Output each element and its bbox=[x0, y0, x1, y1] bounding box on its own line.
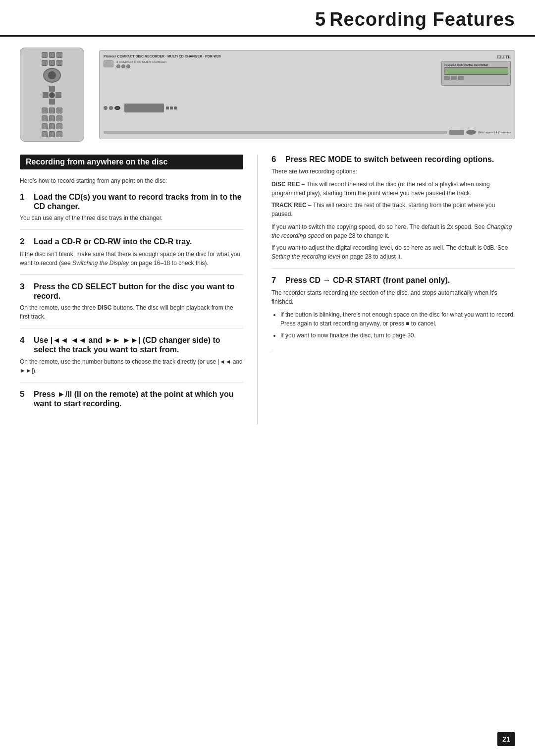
remote-btn-7 bbox=[42, 108, 48, 113]
step-6: 6 Press REC MODE to switch between recor… bbox=[271, 155, 515, 269]
section-intro: Here's how to record starting from any p… bbox=[20, 176, 243, 185]
dpad-right bbox=[55, 92, 61, 98]
step-1-number: 1 bbox=[20, 192, 30, 202]
dpad-down bbox=[49, 99, 55, 105]
step-4-desc: On the remote, use the number buttons to… bbox=[20, 357, 243, 375]
track-rec-term: TRACK REC bbox=[271, 202, 307, 209]
step-4-title: Use |◄◄ ◄◄ and ►► ►►| (CD changer side) … bbox=[34, 335, 243, 354]
remote-btn-17 bbox=[49, 131, 55, 137]
player-top-row: Pioneer COMPACT DISC RECORDER · MULTI CD… bbox=[104, 54, 511, 86]
step-7-intro: The recorder starts recording the sectio… bbox=[271, 288, 515, 306]
bullet-2: If you want to now finalize the disc, tu… bbox=[280, 331, 515, 340]
player-illustration: Pioneer COMPACT DISC RECORDER · MULTI CD… bbox=[99, 50, 515, 139]
step-2: 2 Load a CD-R or CD-RW into the CD-R tra… bbox=[20, 237, 243, 274]
step-2-number: 2 bbox=[20, 237, 30, 247]
track-rec-separator: – bbox=[308, 202, 313, 209]
remote-btn-9 bbox=[56, 108, 62, 113]
player-elite-text: ELITE bbox=[497, 54, 511, 59]
main-content: Recording from anywhere on the disc Here… bbox=[0, 155, 535, 425]
step-1-header: 1 Load the CD(s) you want to record trac… bbox=[20, 192, 243, 211]
bullet-1: If the button is blinking, there's not e… bbox=[280, 310, 515, 328]
remote-btn-4 bbox=[42, 60, 48, 66]
step-5-number: 5 bbox=[20, 389, 30, 399]
step-3-title: Press the CD SELECT button for the disc … bbox=[34, 282, 243, 301]
disc-rec-def: DISC REC – This will record the rest of … bbox=[271, 180, 515, 198]
page-number-badge: 21 bbox=[497, 732, 515, 746]
page-title: Recording Features bbox=[329, 9, 515, 30]
remote-btn-1 bbox=[42, 52, 48, 58]
image-area: Pioneer COMPACT DISC RECORDER · MULTI CD… bbox=[0, 43, 535, 147]
remote-btn-11 bbox=[49, 115, 55, 121]
step-3-number: 3 bbox=[20, 282, 30, 292]
remote-btn-5 bbox=[49, 60, 55, 66]
step-6-extra-2: If you want to adjust the digital record… bbox=[271, 243, 515, 261]
disc-rec-separator: – bbox=[302, 181, 307, 188]
remote-btn-2 bbox=[49, 52, 55, 58]
remote-circle bbox=[43, 68, 61, 83]
remote-row-6 bbox=[42, 131, 62, 137]
remote-row-4 bbox=[42, 115, 62, 121]
player-brand-text: Pioneer COMPACT DISC RECORDER · MULTI CD… bbox=[104, 54, 221, 58]
remote-btn-10 bbox=[42, 115, 48, 121]
remote-row-5 bbox=[42, 123, 62, 129]
step-5: 5 Press ►/II (II on the remote) at the p… bbox=[20, 389, 243, 418]
left-column: Recording from anywhere on the disc Here… bbox=[20, 155, 258, 425]
remote-row-3 bbox=[42, 108, 62, 113]
step-6-intro: There are two recording options: bbox=[271, 167, 515, 176]
right-column: 6 Press REC MODE to switch between recor… bbox=[258, 155, 515, 425]
track-rec-def: TRACK REC – This will record the rest of… bbox=[271, 201, 515, 218]
remote-btn-3 bbox=[56, 52, 62, 58]
step-4: 4 Use |◄◄ ◄◄ and ►► ►►| (CD changer side… bbox=[20, 335, 243, 382]
step-3-header: 3 Press the CD SELECT button for the dis… bbox=[20, 282, 243, 301]
step-6-extra-1: If you want to switch the copying speed,… bbox=[271, 222, 515, 240]
dpad-up bbox=[49, 86, 55, 92]
remote-btn-13 bbox=[42, 123, 48, 129]
remote-illustration bbox=[20, 48, 84, 142]
disc-rec-term: DISC REC bbox=[271, 181, 300, 188]
step-4-header: 4 Use |◄◄ ◄◄ and ►► ►►| (CD changer side… bbox=[20, 335, 243, 354]
step-1-title: Load the CD(s) you want to record tracks… bbox=[34, 192, 243, 211]
step-5-title: Press ►/II (II on the remote) at the poi… bbox=[34, 389, 243, 408]
step-6-title: Press REC MODE to switch between recordi… bbox=[285, 155, 494, 164]
remote-dpad bbox=[43, 86, 61, 105]
remote-btn-6 bbox=[56, 60, 62, 66]
player-middle bbox=[104, 104, 511, 112]
step-3: 3 Press the CD SELECT button for the dis… bbox=[20, 282, 243, 328]
remote-btn-16 bbox=[42, 131, 48, 137]
step-3-desc: On the remote, use the three DISC button… bbox=[20, 303, 243, 321]
remote-row-2 bbox=[42, 60, 62, 66]
step-4-number: 4 bbox=[20, 335, 30, 345]
player-bottom: Hi-hit Legato-Link Conversion bbox=[104, 130, 511, 135]
player-inner: Pioneer COMPACT DISC RECORDER · MULTI CD… bbox=[100, 51, 515, 139]
step-5-header: 5 Press ►/II (II on the remote) at the p… bbox=[20, 389, 243, 408]
remote-btn-8 bbox=[49, 108, 55, 113]
remote-btn-15 bbox=[56, 123, 62, 129]
step-6-number: 6 bbox=[271, 155, 281, 164]
remote-btn-14 bbox=[49, 123, 55, 129]
page-header: 5 Recording Features bbox=[0, 0, 535, 37]
dpad-center bbox=[49, 92, 55, 98]
step-2-header: 2 Load a CD-R or CD-RW into the CD-R tra… bbox=[20, 237, 243, 247]
step-2-title: Load a CD-R or CD-RW into the CD-R tray. bbox=[34, 237, 192, 246]
remote-top-buttons bbox=[42, 52, 62, 58]
step-7: 7 Press CD → CD-R START (front panel onl… bbox=[271, 275, 515, 350]
remote-btn-12 bbox=[56, 115, 62, 121]
step-7-title: Press CD → CD-R START (front panel only)… bbox=[285, 275, 450, 285]
step-1: 1 Load the CD(s) you want to record trac… bbox=[20, 192, 243, 230]
step-2-desc: If the disc isn't blank, make sure that … bbox=[20, 250, 243, 268]
step-7-header: 7 Press CD → CD-R START (front panel onl… bbox=[271, 275, 515, 285]
remote-btn-18 bbox=[56, 131, 62, 137]
step-7-bullets: If the button is blinking, there's not e… bbox=[271, 310, 515, 340]
step-1-desc: You can use any of the three disc trays … bbox=[20, 214, 243, 222]
chapter-number: 5 bbox=[315, 9, 325, 30]
dpad-left bbox=[43, 92, 49, 98]
step-7-number: 7 bbox=[271, 275, 281, 285]
section-banner: Recording from anywhere on the disc bbox=[20, 155, 243, 169]
step-6-header: 6 Press REC MODE to switch between recor… bbox=[271, 155, 515, 164]
